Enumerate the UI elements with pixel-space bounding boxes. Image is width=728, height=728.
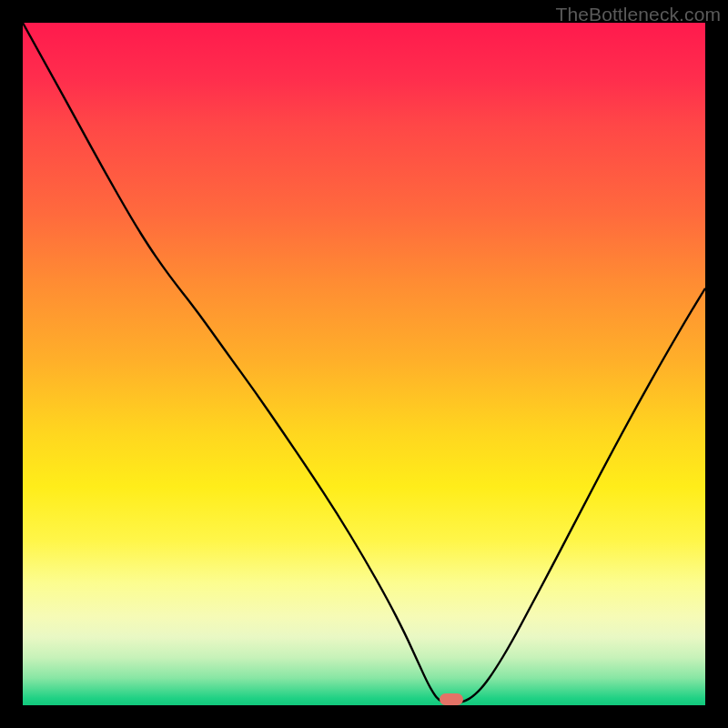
optimum-marker <box>440 693 463 705</box>
brand-watermark: TheBottleneck.com <box>556 4 721 25</box>
bottleneck-curve <box>23 23 705 703</box>
bottleneck-curve-svg <box>23 23 705 705</box>
chart-frame: TheBottleneck.com <box>0 0 728 728</box>
